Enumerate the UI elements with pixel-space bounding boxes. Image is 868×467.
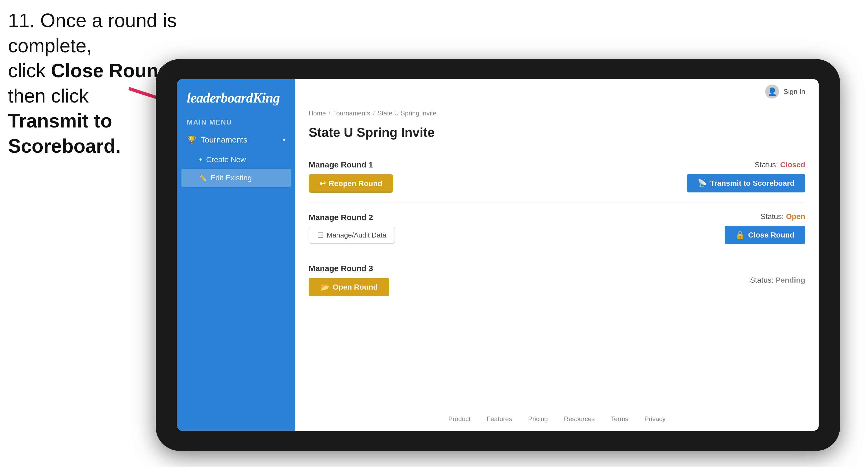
reopen-round-button[interactable]: ↩ Reopen Round xyxy=(309,174,393,193)
round-1-title: Manage Round 1 xyxy=(309,160,393,169)
sidebar-logo: leaderboardKing xyxy=(177,79,295,114)
round-1-right: Status: Closed 📡 Transmit to Scoreboard xyxy=(687,160,805,192)
footer-resources[interactable]: Resources xyxy=(564,415,595,423)
chevron-down-icon: ▾ xyxy=(283,136,286,143)
sidebar-tournaments-label: Tournaments xyxy=(201,135,247,145)
footer-pricing[interactable]: Pricing xyxy=(528,415,548,423)
round-2-title: Manage Round 2 xyxy=(309,213,395,222)
sidebar: leaderboardKing MAIN MENU 🏆 Tournaments … xyxy=(177,79,295,431)
breadcrumb-current: State U Spring Invite xyxy=(377,110,436,117)
audit-icon: ☰ xyxy=(317,231,323,240)
tablet-screen: leaderboardKing MAIN MENU 🏆 Tournaments … xyxy=(177,79,818,431)
breadcrumb-tournaments[interactable]: Tournaments xyxy=(333,110,370,117)
sidebar-item-edit-existing[interactable]: ✏️ Edit Existing xyxy=(181,169,291,187)
edit-icon: ✏️ xyxy=(198,174,207,182)
main-content: 👤 Sign In Home / Tournaments / State U S… xyxy=(295,79,818,431)
round-1-status: Status: Closed xyxy=(755,160,805,169)
footer-privacy[interactable]: Privacy xyxy=(644,415,665,423)
transmit-icon: 📡 xyxy=(698,179,707,188)
round-1-left: Manage Round 1 ↩ Reopen Round xyxy=(309,160,393,193)
reopen-icon: ↩ xyxy=(319,179,326,188)
create-new-label: Create New xyxy=(206,155,246,164)
main-menu-label: MAIN MENU xyxy=(177,114,295,129)
breadcrumb: Home / Tournaments / State U Spring Invi… xyxy=(295,104,818,120)
sign-in-area[interactable]: 👤 Sign In xyxy=(765,85,805,98)
round-1-section: Manage Round 1 ↩ Reopen Round Status: Cl… xyxy=(309,151,805,203)
footer-features[interactable]: Features xyxy=(487,415,512,423)
app-layout: leaderboardKing MAIN MENU 🏆 Tournaments … xyxy=(177,79,818,431)
footer-terms[interactable]: Terms xyxy=(611,415,628,423)
page-title: State U Spring Invite xyxy=(309,125,805,140)
manage-audit-data-button[interactable]: ☰ Manage/Audit Data xyxy=(309,227,395,244)
tablet-device: leaderboardKing MAIN MENU 🏆 Tournaments … xyxy=(156,59,840,451)
top-nav: 👤 Sign In xyxy=(295,79,818,104)
round-2-right: Status: Open 🔒 Close Round xyxy=(725,212,805,244)
breadcrumb-sep-2: / xyxy=(373,110,375,117)
sidebar-item-tournaments[interactable]: 🏆 Tournaments ▾ xyxy=(177,129,295,151)
round-3-right: Status: Pending xyxy=(750,276,805,284)
close-icon: 🔒 xyxy=(736,230,745,240)
logo: leaderboardKing xyxy=(187,90,286,106)
footer: Product Features Pricing Resources Terms… xyxy=(295,407,818,431)
round-3-left: Manage Round 3 📂 Open Round xyxy=(309,264,389,296)
footer-product[interactable]: Product xyxy=(448,415,470,423)
close-round-button[interactable]: 🔒 Close Round xyxy=(725,226,805,244)
breadcrumb-sep-1: / xyxy=(329,110,331,117)
edit-existing-label: Edit Existing xyxy=(210,174,252,182)
open-icon: 📂 xyxy=(320,283,330,291)
open-round-button[interactable]: 📂 Open Round xyxy=(309,278,389,296)
round-3-section: Manage Round 3 📂 Open Round Status: Pend… xyxy=(309,254,805,306)
page-body: State U Spring Invite Manage Round 1 ↩ R… xyxy=(295,120,818,322)
round-2-status: Status: Open xyxy=(761,212,805,221)
round-2-left: Manage Round 2 ☰ Manage/Audit Data xyxy=(309,213,395,244)
plus-icon: + xyxy=(198,156,203,163)
sign-in-label: Sign In xyxy=(783,88,805,96)
round-2-section: Manage Round 2 ☰ Manage/Audit Data Statu… xyxy=(309,203,805,254)
sidebar-item-create-new[interactable]: + Create New xyxy=(177,151,295,169)
trophy-icon: 🏆 xyxy=(187,135,196,145)
round-3-status: Status: Pending xyxy=(750,276,805,284)
breadcrumb-home[interactable]: Home xyxy=(309,110,326,117)
transmit-to-scoreboard-button[interactable]: 📡 Transmit to Scoreboard xyxy=(687,174,805,192)
round-3-title: Manage Round 3 xyxy=(309,264,389,273)
avatar: 👤 xyxy=(765,85,779,98)
instruction-line1: 11. Once a round is complete, xyxy=(8,8,196,58)
